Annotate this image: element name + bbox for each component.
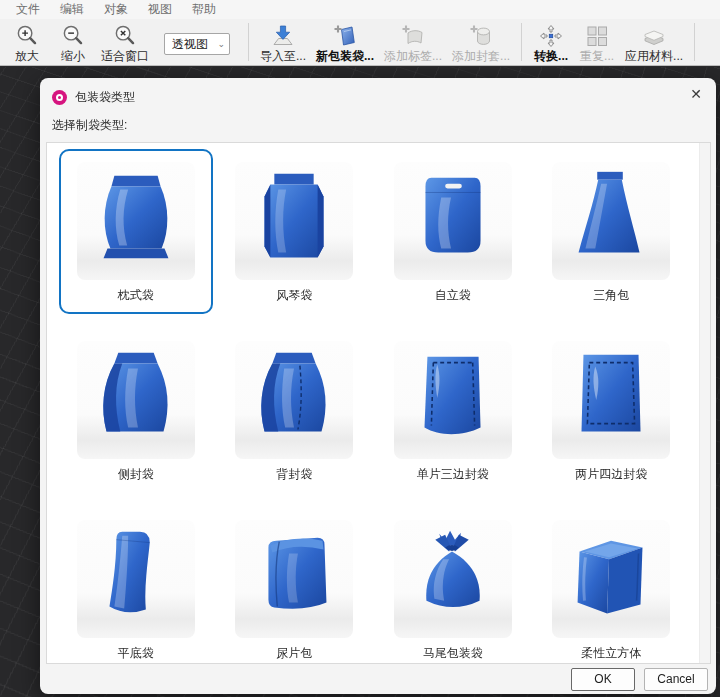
bag-tile-label: 三角包 bbox=[593, 289, 629, 302]
dialog-title-bar: 包装袋类型 ✕ bbox=[40, 78, 716, 108]
three-side-seal-bag-thumbnail bbox=[394, 341, 512, 459]
toolbar-separator bbox=[248, 23, 249, 61]
toolbar-button-transform[interactable]: 转换... bbox=[528, 20, 574, 64]
toolbar-button-add-label[interactable]: 添加标签... bbox=[379, 20, 447, 64]
duplicate-icon bbox=[584, 23, 610, 49]
toolbar-button-label: 新包装袋... bbox=[316, 49, 374, 63]
apply-materials-icon bbox=[641, 23, 667, 49]
viewport-3d[interactable]: 包装袋类型 ✕ 选择制袋类型: 枕式袋 风琴袋 自立袋 三角包 侧封袋 背封袋 … bbox=[0, 67, 720, 697]
transform-icon bbox=[538, 23, 564, 49]
toolbar-button-label: 转换... bbox=[534, 49, 568, 63]
bag-type-panel: 枕式袋 风琴袋 自立袋 三角包 侧封袋 背封袋 单片三边封袋 两片四边封袋 平底… bbox=[46, 142, 711, 664]
toolbar-button-apply-materials[interactable]: 应用材料... bbox=[620, 20, 688, 64]
zoom-in-label: 放大 bbox=[15, 49, 39, 63]
bag-tile-pillow[interactable]: 枕式袋 bbox=[59, 149, 213, 314]
new-bag-icon bbox=[332, 23, 358, 49]
flat-bottom-bag-thumbnail bbox=[77, 520, 195, 638]
bag-type-dialog: 包装袋类型 ✕ 选择制袋类型: 枕式袋 风琴袋 自立袋 三角包 侧封袋 背封袋 … bbox=[40, 78, 716, 694]
toolbar-button-label: 添加封套... bbox=[452, 49, 510, 63]
menu-file[interactable]: 文件 bbox=[6, 1, 50, 18]
dialog-footer: OK Cancel bbox=[40, 664, 716, 694]
zoom-out-icon bbox=[61, 23, 86, 49]
fit-window-label: 适合窗口 bbox=[101, 49, 149, 63]
bag-tile-label: 侧封袋 bbox=[118, 468, 154, 481]
view-mode-select[interactable]: 透视图 ⌄ bbox=[164, 33, 230, 55]
toolbar-button-label: 导入至... bbox=[260, 49, 306, 63]
bag-tile-four-side-seal[interactable]: 两片四边封袋 bbox=[535, 328, 689, 493]
toolbar: 放大 缩小 适合窗口 透视图 ⌄ 导入至... 新包装袋... 添加标签... bbox=[0, 19, 720, 66]
ponytail-bag-thumbnail bbox=[394, 520, 512, 638]
cancel-button[interactable]: Cancel bbox=[644, 668, 708, 691]
bag-tile-label: 枕式袋 bbox=[118, 289, 154, 302]
standup-bag-thumbnail bbox=[394, 162, 512, 280]
menu-help[interactable]: 帮助 bbox=[182, 1, 226, 18]
bag-tile-label: 尿片包 bbox=[276, 647, 312, 660]
back-seal-bag-thumbnail bbox=[235, 341, 353, 459]
bag-tile-three-side-seal[interactable]: 单片三边封袋 bbox=[376, 328, 530, 493]
zoom-in-button[interactable]: 放大 bbox=[4, 20, 50, 64]
dialog-title: 包装袋类型 bbox=[75, 89, 135, 106]
bag-tile-flat-bottom[interactable]: 平底袋 bbox=[59, 507, 213, 664]
bag-tile-ponytail[interactable]: 马尾包装袋 bbox=[376, 507, 530, 664]
bag-tile-back-seal[interactable]: 背封袋 bbox=[218, 328, 372, 493]
toolbar-button-label: 添加标签... bbox=[384, 49, 442, 63]
bag-tile-label: 平底袋 bbox=[118, 647, 154, 660]
bag-tile-standup[interactable]: 自立袋 bbox=[376, 149, 530, 314]
menu-bar: 文件 编辑 对象 视图 帮助 bbox=[0, 0, 720, 19]
gusset-bag-thumbnail bbox=[235, 162, 353, 280]
toolbar-button-duplicate[interactable]: 重复... bbox=[574, 20, 620, 64]
diaper-bag-thumbnail bbox=[235, 520, 353, 638]
toolbar-button-label: 应用材料... bbox=[625, 49, 683, 63]
toolbar-button-label: 重复... bbox=[580, 49, 614, 63]
ok-button[interactable]: OK bbox=[571, 668, 635, 691]
bag-tile-label: 马尾包装袋 bbox=[423, 647, 483, 660]
toolbar-separator bbox=[521, 23, 522, 61]
fit-window-icon bbox=[113, 23, 138, 49]
bag-grid: 枕式袋 风琴袋 自立袋 三角包 侧封袋 背封袋 单片三边封袋 两片四边封袋 平底… bbox=[47, 143, 710, 664]
bag-tile-label: 风琴袋 bbox=[276, 289, 312, 302]
bag-tile-label: 单片三边封袋 bbox=[417, 468, 489, 481]
chevron-down-icon: ⌄ bbox=[217, 40, 225, 48]
menu-object[interactable]: 对象 bbox=[94, 1, 138, 18]
flexible-cube-bag-thumbnail bbox=[552, 520, 670, 638]
bag-tile-flexible-cube[interactable]: 柔性立方体 bbox=[535, 507, 689, 664]
add-sleeve-icon bbox=[468, 23, 494, 49]
triangle-bag-thumbnail bbox=[552, 162, 670, 280]
import-icon bbox=[270, 23, 296, 49]
bag-tile-gusset[interactable]: 风琴袋 bbox=[218, 149, 372, 314]
bag-tile-triangle[interactable]: 三角包 bbox=[535, 149, 689, 314]
zoom-in-icon bbox=[15, 23, 40, 49]
close-icon[interactable]: ✕ bbox=[690, 87, 702, 101]
four-side-seal-bag-thumbnail bbox=[552, 341, 670, 459]
fit-window-button[interactable]: 适合窗口 bbox=[96, 20, 154, 64]
dialog-prompt: 选择制袋类型: bbox=[40, 108, 716, 142]
menu-edit[interactable]: 编辑 bbox=[50, 1, 94, 18]
menu-view[interactable]: 视图 bbox=[138, 1, 182, 18]
toolbar-button-add-sleeve[interactable]: 添加封套... bbox=[447, 20, 515, 64]
side-seal-bag-thumbnail bbox=[77, 341, 195, 459]
bag-tile-label: 两片四边封袋 bbox=[575, 468, 647, 481]
toolbar-button-new-bag[interactable]: 新包装袋... bbox=[311, 20, 379, 64]
scrollbar[interactable] bbox=[699, 143, 710, 663]
toolbar-button-import[interactable]: 导入至... bbox=[255, 20, 311, 64]
bag-tile-diaper[interactable]: 尿片包 bbox=[218, 507, 372, 664]
add-label-icon bbox=[400, 23, 426, 49]
zoom-out-button[interactable]: 缩小 bbox=[50, 20, 96, 64]
bag-tile-label: 背封袋 bbox=[276, 468, 312, 481]
zoom-out-label: 缩小 bbox=[61, 49, 85, 63]
view-mode-value: 透视图 bbox=[172, 36, 208, 53]
bag-tile-label: 自立袋 bbox=[435, 289, 471, 302]
pillow-bag-thumbnail bbox=[77, 162, 195, 280]
dialog-app-icon bbox=[52, 90, 67, 105]
toolbar-separator bbox=[694, 23, 695, 61]
bag-tile-side-seal[interactable]: 侧封袋 bbox=[59, 328, 213, 493]
bag-tile-label: 柔性立方体 bbox=[581, 647, 641, 660]
